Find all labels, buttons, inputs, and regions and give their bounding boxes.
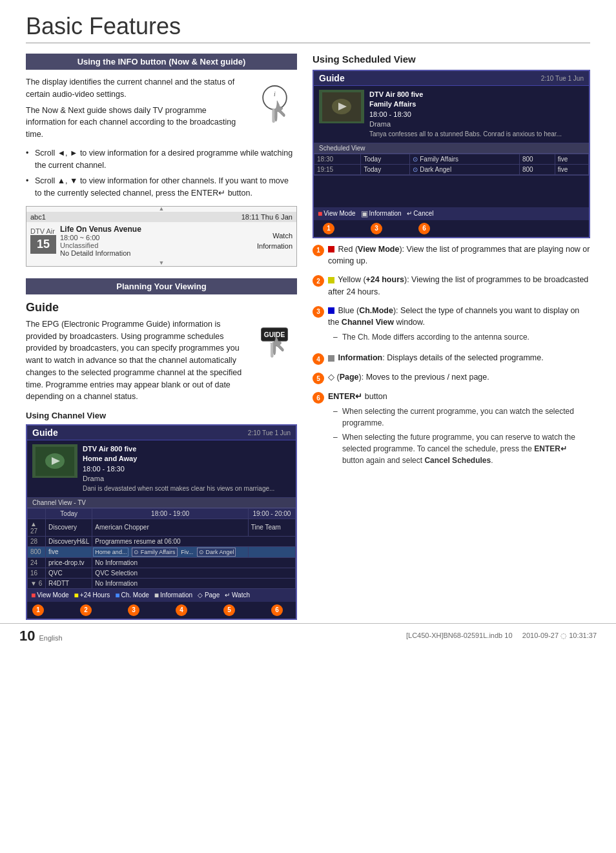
- guide-box-header: Guide 2:10 Tue 1 Jun: [27, 426, 296, 440]
- guide-section-label: Channel View - TV: [27, 498, 296, 508]
- ann-text-2: Yellow (+24 hours): Viewing the list of …: [328, 274, 590, 298]
- sched-red-icon: ■: [318, 209, 322, 218]
- subbullet-6-1: When selecting the current programme, yo…: [333, 406, 590, 429]
- yellow-icon: ■: [74, 591, 79, 600]
- sched-circle-3: 3: [371, 223, 382, 234]
- ann-circle-3: 3: [313, 306, 324, 318]
- footer-language: English: [39, 634, 62, 642]
- tv-info-box: ▲ abc1 18:11 Thu 6 Jan DTV Air 15 Life O…: [26, 206, 297, 267]
- planning-section-header: Planning Your Viewing: [26, 278, 297, 294]
- guide-bottom-bar: ■ View Mode ■ +24 Hours ■ Ch. Mode ■ Inf…: [27, 589, 296, 602]
- circle-1: 1: [32, 604, 44, 616]
- info-button-icon: i: [257, 83, 293, 125]
- planning-section: Planning Your Viewing Guide The EPG (Ele…: [26, 278, 297, 620]
- scheduled-prog-desc: Tanya confesses all to a stunned Babs. C…: [369, 130, 562, 139]
- table-row: 24 price-drop.tv No Information: [28, 557, 296, 568]
- subbullet-6-2: When selecting the future programme, you…: [333, 431, 590, 466]
- annotation-4: 4 Information: Displays details of the s…: [313, 352, 590, 365]
- tv-info-btn: Information: [257, 242, 293, 250]
- blue-square-icon: [328, 307, 334, 314]
- table-row: 16 QVC QVC Selection: [28, 568, 296, 578]
- scheduled-section-label: Scheduled View: [314, 143, 589, 154]
- table-row: 28 DiscoveryH&L Programmes resume at 06:…: [28, 536, 296, 546]
- sched-circle-6: 6: [418, 223, 430, 234]
- tv-channel-info: Life On Venus Avenue 18:00 ~ 6:00 Unclas…: [60, 225, 253, 257]
- ann-circle-5: 5: [313, 373, 324, 384]
- tv-prog-time: 18:00 ~ 6:00: [60, 234, 253, 242]
- annotation-6-subbullets: When selecting the current programme, yo…: [328, 403, 590, 466]
- ann-text-3: Blue (Ch.Mode): Select the type of chann…: [328, 305, 590, 346]
- channel-view-guide-box: Guide 2:10 Tue 1 Jun DTV Air 800: [26, 424, 297, 620]
- scheduled-bottom-bar: ■ View Mode ▣ Information ↵ Cancel: [314, 207, 589, 220]
- guide-prog-time: 18:00 - 18:30: [83, 464, 274, 474]
- table-row: ▼ 6 R4DTT No Information: [28, 578, 296, 588]
- btn-24hours: ■ +24 Hours: [74, 591, 110, 600]
- guide-prog-desc: Dani is devastated when scott makes clea…: [83, 484, 274, 493]
- guide-box-time: 2:10 Tue 1 Jun: [248, 429, 291, 437]
- info-icon: ■: [154, 591, 159, 600]
- guide-prog-title: Home and Away: [83, 454, 274, 464]
- blue-icon: ■: [115, 591, 119, 600]
- scheduled-table: 18:30 Today ⊙ Family Affairs 800 five 19…: [314, 154, 589, 175]
- scheduled-prog-info: DTV Air 800 five Family Affairs 18:00 - …: [314, 86, 589, 143]
- scheduled-channel-name: DTV Air 800 five: [369, 90, 562, 99]
- annotation-3-subbullets: The Ch. Mode differs according to the an…: [328, 329, 590, 343]
- circle-2: 2: [80, 604, 92, 616]
- channel-view-label: Using Channel View: [26, 411, 297, 420]
- tv-time: 18:11 Thu 6 Jan: [241, 213, 293, 221]
- ann-circle-6: 6: [313, 392, 324, 404]
- guide-channel-name: DTV Air 800 five: [83, 444, 274, 454]
- col-header-time1: 18:00 - 19:00: [92, 508, 248, 519]
- btn-watch: ↵ Watch: [225, 591, 250, 599]
- tv-prog-detail: No Detaild Information: [60, 249, 253, 257]
- info-bullet-1: Scroll ◄, ► to view information for a de…: [26, 147, 297, 172]
- ann-text-6: ENTER↵ button When selecting the current…: [328, 391, 590, 469]
- footer-file: [LC450-XH]BN68-02591L.indb 10: [406, 632, 513, 639]
- svg-point-0: [263, 86, 287, 110]
- scheduled-guide-time: 2:10 Tue 1 Jun: [541, 75, 584, 82]
- page-number: 10: [19, 628, 35, 644]
- btn-view-mode: ■ View Mode: [31, 591, 69, 600]
- guide-box-info: DTV Air 800 five Home and Away 18:00 - 1…: [27, 440, 296, 498]
- page-title: Basic Features: [26, 13, 590, 43]
- btn-information: ■ Information: [154, 591, 192, 600]
- tv-info-header: abc1 18:11 Thu 6 Jan: [26, 212, 296, 222]
- tv-arrow-down: ▼: [159, 260, 165, 266]
- scheduled-row-1: 18:30 Today ⊙ Family Affairs 800 five: [314, 154, 589, 164]
- ann-text-5: ◇ (Page): Moves to the previous / next p…: [328, 371, 590, 384]
- tv-arrow-up: ▲: [159, 205, 165, 212]
- btn-page: ◇ Page: [198, 591, 220, 599]
- info-bullets: Scroll ◄, ► to view information for a de…: [26, 147, 297, 200]
- red-square-icon: [328, 246, 334, 252]
- subbullet-3-1: The Ch. Mode differs according to the an…: [333, 331, 590, 343]
- guide-text: The EPG (Electronic Programme Guide) inf…: [26, 318, 247, 403]
- sched-info-icon: ▣: [361, 209, 368, 218]
- btn-ch-mode: ■ Ch. Mode: [115, 591, 149, 600]
- ann-circle-4: 4: [313, 353, 324, 365]
- info-section: Using the INFO button (Now & Next guide)…: [26, 54, 297, 267]
- footer-date: 2010-09-27 ◌ 10:31:37: [522, 632, 597, 639]
- annotation-1: 1 Red (View Mode): View the list of prog…: [313, 243, 590, 268]
- red-icon: ■: [31, 591, 36, 600]
- tv-channel-name: abc1: [30, 213, 46, 221]
- number-circles: 1 2 3 4 5 6: [27, 602, 296, 619]
- info-para2: The Now & Next guide shows daily TV prog…: [26, 105, 247, 141]
- sched-circle-1: 1: [323, 223, 334, 234]
- guide-title: Guide: [26, 301, 297, 314]
- guide-prog-genre: Drama: [83, 474, 274, 484]
- circle-5: 5: [223, 604, 235, 616]
- ann-circle-1: 1: [313, 245, 324, 256]
- guide-hand-icon: GUIDE: [254, 325, 296, 370]
- scheduled-guide-title: Guide: [319, 73, 345, 83]
- ann-text-1: Red (View Mode): View the list of progra…: [328, 243, 590, 268]
- tv-channel-number: 15: [30, 235, 56, 254]
- table-row-highlight: 800 five Home and... ⊙ Family Affairs Fi…: [28, 546, 296, 557]
- tv-info-channel: DTV Air 15 Life On Venus Avenue 18:00 ~ …: [26, 222, 296, 260]
- right-column: Using Scheduled View Guide 2:10 Tue 1 Ju…: [313, 54, 590, 625]
- info-section-header: Using the INFO button (Now & Next guide): [26, 54, 297, 70]
- sched-btn-view-mode: ■ View Mode: [318, 209, 356, 218]
- info-bullet-2: Scroll ▲, ▼ to view information for othe…: [26, 175, 297, 200]
- tv-channel-label: DTV Air: [30, 227, 56, 235]
- tv-prog-class: Unclassified: [60, 242, 253, 249]
- svg-text:GUIDE: GUIDE: [263, 331, 285, 338]
